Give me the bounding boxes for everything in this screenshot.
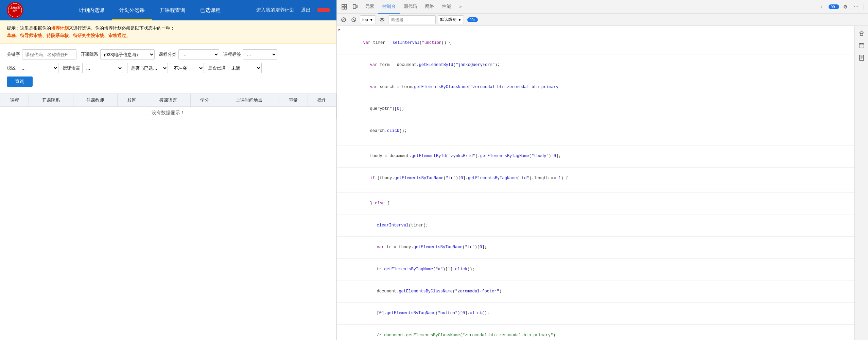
tag-group: 课程标签 … — [223, 49, 277, 60]
level-label: 默认级别 — [440, 17, 456, 22]
add-panel-btn[interactable]: + — [816, 2, 826, 12]
level-dropdown-icon: ▼ — [458, 17, 462, 22]
col-course: 课程 — [0, 94, 29, 107]
device-icon — [352, 4, 358, 10]
eye-btn[interactable] — [378, 16, 386, 24]
context-dropdown-icon: ▼ — [369, 17, 374, 22]
category-select[interactable]: … — [178, 49, 219, 60]
keyword-input[interactable] — [22, 49, 76, 60]
app-header: 上海交通 大学 计划内选课 计划外选课 开课程查询 已选课程 进入我的培养计划 … — [0, 0, 336, 20]
filter-input[interactable] — [388, 15, 436, 24]
nav-item-selected[interactable]: 已选课程 — [193, 0, 228, 20]
filter-icon — [351, 17, 357, 22]
devtools-inspect-btn[interactable] — [340, 2, 349, 12]
no-data-message: 没有数据显示！ — [0, 107, 336, 119]
dept-label: 开课院系 — [81, 51, 98, 57]
logo-area: 上海交通 大学 — [7, 2, 61, 18]
campus-group: 校区 … — [7, 63, 58, 73]
keyword-group: 关键字 — [7, 49, 76, 60]
keyword-label: 关键字 — [7, 51, 20, 57]
form-row-1: 关键字 开课院系 (033)电子信息与↓ 课程分类 … 课程标签 … — [7, 49, 330, 60]
svg-rect-16 — [859, 44, 864, 48]
tag-select[interactable]: … — [243, 49, 277, 60]
no-data-row: 没有数据显示！ — [0, 107, 336, 119]
category-group: 课程分类 … — [159, 49, 219, 60]
clear-console-btn[interactable] — [340, 16, 348, 24]
col-schedule: 上课时间地点 — [219, 94, 279, 107]
notice-prefix: 提示：这里是根据你的 — [7, 26, 51, 31]
main-nav: 计划内选课 计划外选课 开课程查询 已选课程 — [71, 0, 246, 20]
nav-item-plan-in[interactable]: 计划内选课 — [71, 0, 112, 20]
col-teacher: 任课教师 — [73, 94, 118, 107]
col-lang: 授课语言 — [146, 94, 191, 107]
console-line-5: tbody = document.getElementById("zynkcGr… — [337, 146, 854, 168]
tab-elements[interactable]: 元素 — [361, 0, 378, 14]
eye-icon — [379, 17, 385, 22]
console-line-2: var form = document.getElementById("jhnk… — [337, 54, 854, 76]
course-table: 课程 开课院系 任课教师 校区 授课语言 学分 上课时间地点 容量 操作 没有数… — [0, 94, 336, 119]
context-value: top — [362, 17, 368, 22]
settings-btn[interactable]: ⚙ — [840, 2, 850, 12]
expand-arrow-1[interactable]: ▶ — [338, 27, 341, 33]
console-line-4: search.click(); — [337, 120, 854, 142]
level-select[interactable]: 默认级别 ▼ — [438, 15, 464, 24]
filter-toggle-btn[interactable] — [350, 16, 358, 24]
topbar-separator — [864, 3, 864, 10]
svg-rect-4 — [345, 4, 347, 6]
table-header-row: 课程 开课院系 任课教师 校区 授课语言 学分 上课时间地点 容量 操作 — [0, 94, 336, 107]
svg-rect-5 — [342, 7, 344, 9]
sidebar-icon-doc[interactable] — [857, 53, 866, 63]
notice-suffix: 。 — [126, 33, 131, 38]
console-line-7: } else { — [337, 193, 854, 215]
notice-highlight2: 草稿、待导师审核、待院系审核、待研究生院审核、审核通过 — [7, 33, 126, 38]
tab-network[interactable]: 网络 — [421, 0, 438, 14]
action-button[interactable] — [317, 8, 330, 12]
conflict-group: 是否与已选… 不冲突 — [127, 63, 204, 73]
console-line-11b: [0].getElementsByTagName("button")[0].cl… — [337, 303, 854, 325]
tab-console[interactable]: 控制台 — [378, 0, 400, 14]
level-badge: 99+ — [467, 17, 478, 22]
nav-item-course-query[interactable]: 开课程查询 — [152, 0, 193, 20]
console-line-9: var tr = tbody.getElementsByTagName("tr"… — [337, 237, 854, 259]
lang-label: 授课语言 — [63, 65, 80, 71]
sidebar-icon-calendar[interactable] — [857, 41, 866, 50]
lang-select[interactable]: … — [82, 63, 123, 73]
app-panel: 上海交通 大学 计划内选课 计划外选课 开课程查询 已选课程 进入我的培养计划 … — [0, 0, 336, 340]
tab-more[interactable]: » — [455, 0, 466, 14]
svg-rect-3 — [342, 4, 344, 6]
svg-text:大学: 大学 — [12, 9, 17, 12]
logout-btn[interactable]: 退出 — [301, 7, 311, 13]
devtools-topbar: 元素 控制台 源代码 网络 性能 » + 99+ ⚙ ⋯ — [337, 0, 868, 14]
campus-label: 校区 — [7, 65, 16, 71]
devtools-device-btn[interactable] — [350, 2, 360, 12]
devtools-panel: 元素 控制台 源代码 网络 性能 » + 99+ ⚙ ⋯ — [336, 0, 868, 340]
devtools-tabs: 元素 控制台 源代码 网络 性能 » — [361, 0, 815, 14]
category-label: 课程分类 — [159, 51, 176, 57]
notice-mid1: 来进行选课。你的培养计划必须是以下状态中的一种： — [69, 26, 175, 31]
dt-sidebar-icons — [854, 26, 868, 340]
form-row-3: 查询 — [7, 76, 330, 87]
tag-label: 课程标签 — [223, 51, 241, 57]
plan-btn[interactable]: 进入我的培养计划 — [256, 7, 294, 13]
notice-highlight1: 培养计划 — [51, 26, 69, 31]
notice-bar: 提示：这里是根据你的培养计划来进行选课。你的培养计划必须是以下状态中的一种： 草… — [0, 20, 336, 44]
console-line-3: var search = form.getElementsByClassName… — [337, 76, 854, 98]
tab-performance[interactable]: 性能 — [438, 0, 455, 14]
dept-select[interactable]: (033)电子信息与↓ — [100, 49, 155, 60]
search-button[interactable]: 查询 — [7, 76, 33, 87]
conflict-value-select[interactable]: 不冲突 — [170, 63, 204, 73]
campus-select[interactable]: … — [18, 63, 58, 73]
nav-item-plan-out[interactable]: 计划外选课 — [112, 0, 152, 20]
dt-console[interactable]: ▶ var timer = setInterval(function() { v… — [337, 26, 854, 340]
svg-line-12 — [353, 19, 355, 21]
conflict-select[interactable]: 是否与已选… — [127, 63, 168, 73]
university-logo: 上海交通 大学 — [7, 2, 23, 18]
dt-content-area: ▶ var timer = setInterval(function() { v… — [337, 26, 868, 340]
more-btn[interactable]: ⋯ — [851, 2, 861, 12]
context-select[interactable]: top ▼ — [360, 15, 376, 24]
tab-sources[interactable]: 源代码 — [400, 0, 421, 14]
full-select[interactable]: 未满 — [228, 63, 262, 73]
svg-rect-6 — [345, 7, 347, 9]
sidebar-icon-home[interactable] — [857, 29, 866, 38]
clear-icon — [341, 17, 346, 22]
